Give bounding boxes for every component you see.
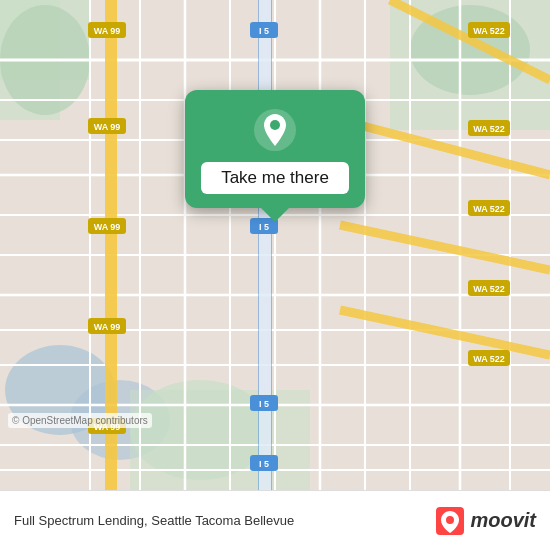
svg-text:WA 522: WA 522 <box>473 124 505 134</box>
svg-text:WA 522: WA 522 <box>473 26 505 36</box>
svg-text:WA 99: WA 99 <box>94 26 121 36</box>
copyright-notice: © OpenStreetMap contributors <box>8 413 152 428</box>
svg-rect-34 <box>259 0 271 490</box>
popup-callout[interactable]: Take me there <box>185 90 365 208</box>
svg-text:WA 522: WA 522 <box>473 204 505 214</box>
svg-text:I 5: I 5 <box>259 459 269 469</box>
location-pin-icon <box>253 108 297 152</box>
svg-point-9 <box>130 380 270 480</box>
svg-text:I 5: I 5 <box>259 399 269 409</box>
moovit-brand-icon <box>436 507 464 535</box>
location-label: Full Spectrum Lending, Seattle Tacoma Be… <box>14 513 436 528</box>
svg-point-70 <box>446 516 454 524</box>
bottom-bar: Full Spectrum Lending, Seattle Tacoma Be… <box>0 490 550 550</box>
moovit-brand-name: moovit <box>470 509 536 532</box>
svg-text:WA 522: WA 522 <box>473 284 505 294</box>
svg-text:WA 522: WA 522 <box>473 354 505 364</box>
svg-point-68 <box>270 120 280 130</box>
moovit-logo: moovit <box>436 507 536 535</box>
map-container[interactable]: WA 99 WA 99 WA 99 WA 99 WA 99 I 5 I 5 I … <box>0 0 550 490</box>
svg-text:WA 99: WA 99 <box>94 122 121 132</box>
svg-text:WA 99: WA 99 <box>94 222 121 232</box>
svg-text:WA 99: WA 99 <box>94 322 121 332</box>
svg-text:I 5: I 5 <box>259 222 269 232</box>
svg-text:I 5: I 5 <box>259 26 269 36</box>
take-me-there-button[interactable]: Take me there <box>201 162 349 194</box>
